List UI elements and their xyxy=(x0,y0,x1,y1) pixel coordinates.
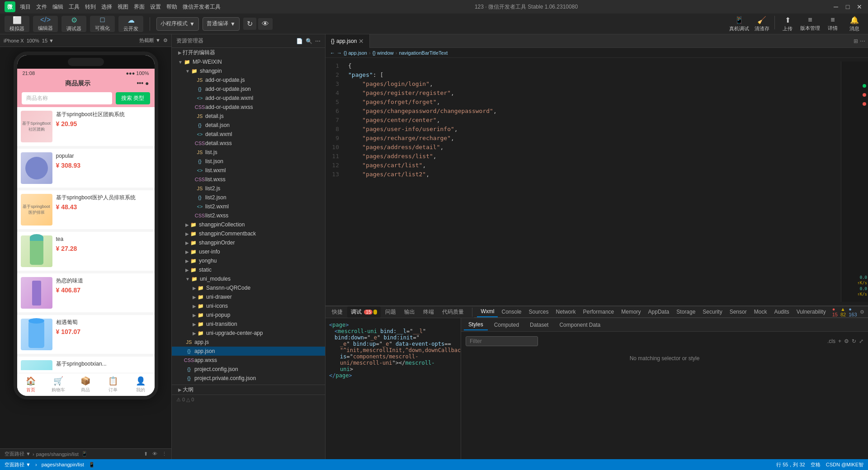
file-list-wxss[interactable]: CSS list.wxss xyxy=(172,175,325,184)
sim-action-eye[interactable]: 👁 xyxy=(152,451,157,457)
folder-uni-drawer[interactable]: ▶ 📁 uni-drawer xyxy=(172,292,325,301)
devtools-tab-sources[interactable]: Sources xyxy=(525,307,552,317)
menu-interface[interactable]: 界面 xyxy=(134,3,145,11)
file-project-config[interactable]: {} project.config.json xyxy=(172,365,325,374)
code-editor[interactable]: 1 2 3 4 5 6 7 8 9 10 11 12 13 xyxy=(326,58,868,306)
devtools-tab-wxml[interactable]: Wxml xyxy=(477,306,498,317)
file-add-or-update-wxss[interactable]: CSS add-or-update.wxss xyxy=(172,103,325,112)
version-btn[interactable]: ≡ 版本管理 xyxy=(800,16,820,32)
debugger-btn[interactable]: ⚙ 调试器 xyxy=(61,16,86,32)
compiler-select[interactable]: 普通编译 ▼ xyxy=(203,17,240,31)
devtools-tab-sensor[interactable]: Sensor xyxy=(726,307,750,317)
devtools-tab-security[interactable]: Security xyxy=(699,307,726,317)
devtools-tab-memory[interactable]: Memory xyxy=(618,307,644,317)
nav-cart[interactable]: 🛒 购物车 xyxy=(44,376,72,393)
file-panel-more[interactable]: ⋯ xyxy=(315,38,321,44)
tab-console[interactable]: 调试 15 xyxy=(347,306,381,318)
menu-goto[interactable]: 转到 xyxy=(85,3,96,11)
menu-file[interactable]: 文件 xyxy=(36,3,47,11)
breadcrumb-file[interactable]: {} app.json xyxy=(344,50,367,56)
file-list2-wxss[interactable]: CSS list2.wxss xyxy=(172,211,325,220)
editor-more-icon[interactable]: ⋯ xyxy=(860,38,865,44)
real-device-btn[interactable]: 📱 真机调试 xyxy=(729,16,749,32)
editor-split-icon[interactable]: ⊞ xyxy=(854,38,858,44)
editor-btn[interactable]: </> 编辑器 xyxy=(33,16,58,32)
tab-close-btn[interactable]: ✕ xyxy=(359,38,364,45)
menu-settings[interactable]: 设置 xyxy=(150,3,161,11)
file-list2-js[interactable]: JS list2.js xyxy=(172,184,325,193)
menu-select[interactable]: 选择 xyxy=(101,3,112,11)
file-project-private-config[interactable]: {} project.private.config.json xyxy=(172,374,325,383)
tab-issues[interactable]: 问题 xyxy=(382,306,400,318)
file-list-wxml[interactable]: <> list.wxml xyxy=(172,166,325,175)
folder-uni-transition[interactable]: ▶ 📁 uni-transition xyxy=(172,320,325,329)
folder-uni-popup[interactable]: ▶ 📁 uni-popup xyxy=(172,310,325,320)
dataset-tab[interactable]: Dataset xyxy=(525,320,553,330)
file-app-json[interactable]: {} app.json xyxy=(172,347,325,356)
menu-tools[interactable]: 工具 xyxy=(69,3,80,11)
devtools-tab-console[interactable]: Console xyxy=(498,307,525,317)
root-folder[interactable]: ▼ 📁 MP-WEIXIN xyxy=(172,57,325,66)
component-data-tab[interactable]: Component Data xyxy=(555,320,605,330)
details-btn[interactable]: ≡ 详情 xyxy=(824,16,842,32)
devtools-tab-mock[interactable]: Mock xyxy=(750,307,771,317)
file-add-or-update-json[interactable]: {} add-or-update.json xyxy=(172,85,325,94)
statusbar-path[interactable]: 空面路径 ▼ xyxy=(5,461,31,468)
phone-search-input[interactable]: 商品名称 xyxy=(22,92,113,104)
folder-uni-modules[interactable]: ▼ 📁 uni_modules xyxy=(172,274,325,283)
folder-user-info[interactable]: ▶ 📁 user-info xyxy=(172,247,325,256)
preview-btn[interactable]: 👁 xyxy=(258,18,273,30)
nav-goods[interactable]: 📦 商品 xyxy=(72,376,99,393)
devtools-tab-appdata[interactable]: AppData xyxy=(645,307,673,317)
add-style-icon[interactable]: + xyxy=(838,338,841,344)
simulator-btn[interactable]: ⬜ 模拟器 xyxy=(5,16,29,32)
devtools-tab-storage[interactable]: Storage xyxy=(673,307,699,317)
sim-action-share[interactable]: ⬆ xyxy=(144,451,148,457)
devtools-tab-network[interactable]: Network xyxy=(552,307,580,317)
file-app-js[interactable]: JS app.js xyxy=(172,338,325,347)
sim-screenshot[interactable]: 热截断 ▼ xyxy=(139,37,160,44)
folder-sansnn[interactable]: ▶ 📁 Sansnn-uQRCode xyxy=(172,283,325,292)
computed-tab[interactable]: Computed xyxy=(490,320,524,330)
style-refresh-icon[interactable]: ↻ xyxy=(852,338,856,344)
file-list-json[interactable]: {} list.json xyxy=(172,157,325,166)
close-button[interactable]: ✕ xyxy=(855,3,863,11)
file-list-js[interactable]: JS list.js xyxy=(172,148,325,157)
cls-label[interactable]: .cls xyxy=(827,338,835,344)
file-add-or-update-wxml[interactable]: <> add-or-update.wxml xyxy=(172,94,325,103)
file-list2-json[interactable]: {} list2.json xyxy=(172,193,325,202)
refresh-btn[interactable]: ↻ xyxy=(243,18,256,30)
styles-tab[interactable]: Styles xyxy=(464,320,488,330)
sim-action-more[interactable]: ⋮ xyxy=(162,451,167,457)
visual-btn[interactable]: □ 可视化 xyxy=(90,16,115,32)
folder-uni-upgrade[interactable]: ▶ 📁 uni-upgrade-center-app xyxy=(172,329,325,338)
devtools-tab-audits[interactable]: Audits xyxy=(770,307,793,317)
folder-uni-icons[interactable]: ▶ 📁 uni-icons xyxy=(172,301,325,310)
outline-group[interactable]: ▶ 大纲 xyxy=(172,385,325,395)
folder-shangpinCollection[interactable]: ▶ 📁 shangpinCollection xyxy=(172,220,325,229)
tab-app-json[interactable]: {} app.json ✕ xyxy=(326,34,370,48)
folder-shangpinOrder[interactable]: ▶ 📁 shangpinOrder xyxy=(172,238,325,247)
folder-shangpin[interactable]: ▼ 📁 shangpin xyxy=(172,66,325,75)
file-detail-wxss[interactable]: CSS detail.wxss xyxy=(172,139,325,148)
menu-edit[interactable]: 编辑 xyxy=(52,3,63,11)
messages-btn[interactable]: 🔔 消息 xyxy=(845,16,863,32)
devtools-settings-icon[interactable]: ⚙ xyxy=(860,309,864,315)
nav-orders[interactable]: 📋 订单 xyxy=(99,376,127,393)
minimize-button[interactable]: ─ xyxy=(832,3,840,11)
folder-static[interactable]: ▶ 📁 static xyxy=(172,265,325,274)
clean-btn[interactable]: 🧹 清渣存 xyxy=(753,16,771,32)
open-editors-group[interactable]: ▶ 打开的编辑器 xyxy=(172,48,325,57)
search-icon[interactable]: 🔍 xyxy=(306,38,312,44)
styles-filter-input[interactable] xyxy=(466,336,538,346)
folder-shangpinCommentback[interactable]: ▶ 📁 shangpinCommentback xyxy=(172,229,325,238)
sim-device-select[interactable]: iPhone X xyxy=(4,38,24,43)
breadcrumb-prop[interactable]: navigationBarTitleText xyxy=(399,50,448,56)
mode-select[interactable]: 小程序模式 ▼ xyxy=(156,17,199,31)
file-detail-json[interactable]: {} detail.json xyxy=(172,121,325,130)
sim-settings-icon[interactable]: ⚙ xyxy=(163,38,168,43)
menu-view[interactable]: 视图 xyxy=(118,3,128,11)
sim-scale-num[interactable]: 15 ▼ xyxy=(42,38,54,43)
file-detail-wxml[interactable]: <> detail.wxml xyxy=(172,130,325,139)
devtools-tab-performance[interactable]: Performance xyxy=(580,307,618,317)
